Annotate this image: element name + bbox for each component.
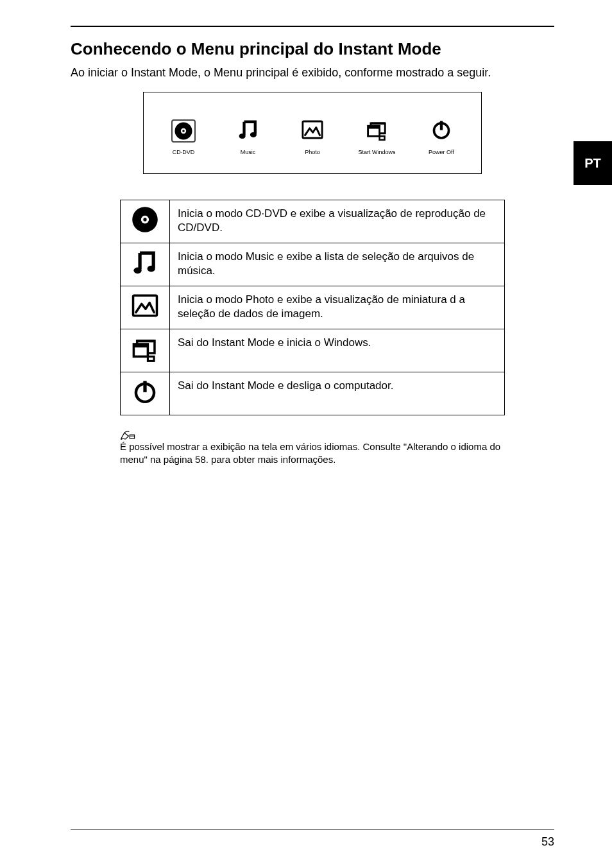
menu-label-music: Music (241, 149, 256, 155)
menu-label-photo: Photo (305, 149, 320, 155)
menu-item-power-off: Power Off (413, 117, 470, 155)
desc-music: Inicia o modo Music e exibe a lista de s… (170, 243, 505, 286)
windows-icon (366, 117, 389, 143)
disc-icon (121, 200, 170, 243)
menu-item-cd-dvd: CD·DVD (155, 119, 212, 155)
menu-item-photo: Photo (284, 117, 341, 155)
photo-icon (301, 117, 324, 143)
note-text: É possível mostrar a exibição na tela em… (120, 441, 500, 465)
note-icon (120, 428, 135, 438)
menu-item-music: Music (220, 117, 276, 155)
description-table: Inicia o modo CD·DVD e exibe a visualiza… (120, 200, 505, 415)
disc-icon (171, 119, 196, 143)
language-side-tab: PT (574, 141, 612, 185)
desc-cd-dvd: Inicia o modo CD·DVD e exibe a visualiza… (170, 200, 505, 243)
menu-label-cd-dvd: CD·DVD (173, 149, 195, 155)
power-icon (121, 372, 170, 415)
menu-illustration-wrap: CD·DVD Music Photo Start Windows (71, 92, 554, 174)
intro-paragraph: Ao iniciar o Instant Mode, o Menu princi… (71, 65, 554, 80)
music-icon (237, 117, 260, 143)
table-row: Sai do Instant Mode e inicia o Windows. (121, 329, 505, 372)
page-title: Conhecendo o Menu principal do Instant M… (71, 39, 554, 60)
page-number: 53 (541, 835, 554, 849)
music-icon (121, 243, 170, 286)
main-menu-illustration: CD·DVD Music Photo Start Windows (143, 92, 482, 174)
menu-label-start-windows: Start Windows (358, 149, 395, 155)
menu-label-power-off: Power Off (429, 149, 454, 155)
desc-photo: Inicia o modo Photo e exibe a visualizaç… (170, 286, 505, 329)
desc-start-windows: Sai do Instant Mode e inicia o Windows. (170, 329, 505, 372)
desc-power-off: Sai do Instant Mode e desliga o computad… (170, 372, 505, 415)
power-icon (430, 117, 453, 143)
menu-item-start-windows: Start Windows (349, 117, 405, 155)
table-row: Inicia o modo CD·DVD e exibe a visualiza… (121, 200, 505, 243)
photo-icon (121, 286, 170, 329)
page: Conhecendo o Menu principal do Instant M… (0, 0, 612, 868)
windows-icon (121, 329, 170, 372)
table-row: Inicia o modo Music e exibe a lista de s… (121, 243, 505, 286)
table-row: Sai do Instant Mode e desliga o computad… (121, 372, 505, 415)
top-rule (71, 26, 554, 27)
footer-rule (71, 829, 554, 829)
table-row: Inicia o modo Photo e exibe a visualizaç… (121, 286, 505, 329)
note-block: É possível mostrar a exibição na tela em… (120, 427, 505, 466)
